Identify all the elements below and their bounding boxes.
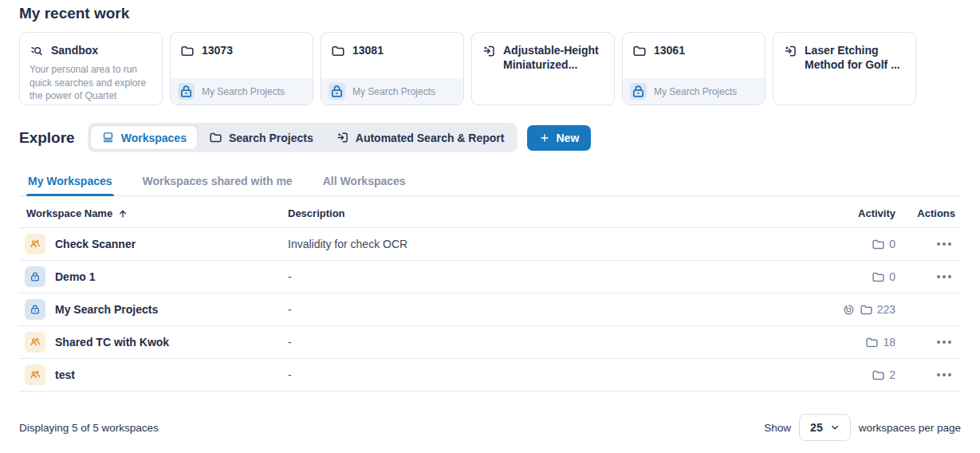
segment-search-projects[interactable]: Search Projects <box>199 126 324 149</box>
page-size-value: 25 <box>810 421 823 434</box>
card-title: 13061 <box>654 43 685 57</box>
recent-work-card[interactable]: Laser Etching Method for Golf ... <box>773 32 916 105</box>
lock-icon <box>630 83 647 100</box>
row-actions-button[interactable] <box>935 368 953 381</box>
workspace-description: Invalidity for check OCR <box>288 238 779 250</box>
column-header-activity: Activity <box>779 207 899 219</box>
plus-icon <box>539 132 550 144</box>
folder-icon <box>872 368 885 382</box>
activity-cell: 0 <box>779 270 899 284</box>
recent-work-card[interactable]: Sandbox Your personal area to run quick … <box>19 32 163 105</box>
folder-icon <box>180 44 195 58</box>
recent-work-title: My recent work <box>19 5 961 22</box>
workspace-name-cell[interactable]: Check Scanner <box>19 234 288 254</box>
card-workspace-footer: My Search Projects <box>623 78 765 104</box>
table-row: Shared TC with Kwok - 18 <box>19 326 961 359</box>
card-workspace-label: My Search Projects <box>352 86 435 97</box>
folder-icon <box>860 303 873 317</box>
card-workspace-label: My Search Projects <box>654 86 737 97</box>
workspace-name-cell[interactable]: My Search Projects <box>19 299 288 320</box>
card-title: Laser Etching Method for Golf ... <box>805 43 906 73</box>
workspace-name-cell[interactable]: Shared TC with Kwok <box>19 332 288 353</box>
folder-icon <box>865 336 879 349</box>
people-icon <box>25 234 45 254</box>
segment-label: Workspaces <box>121 132 187 144</box>
segment-automated-search-report[interactable]: Automated Search & Report <box>325 126 515 149</box>
activity-count: 18 <box>883 336 895 349</box>
workspace-name: Demo 1 <box>55 270 96 283</box>
workspace-name: test <box>55 368 75 381</box>
bullseye-icon <box>842 303 856 317</box>
row-actions-button[interactable] <box>935 336 953 349</box>
card-title: 13073 <box>202 43 233 57</box>
workspace-filter-tabs: My Workspaces Workspaces shared with me … <box>19 168 961 196</box>
recent-work-card[interactable]: 13081 My Search Projects <box>321 32 464 105</box>
workspace-description: - <box>288 303 779 316</box>
column-header-description: Description <box>288 207 779 219</box>
workspace-name: Check Scanner <box>55 238 136 250</box>
per-page-label: workspaces per page <box>859 422 961 434</box>
explore-type-segmented-control: Workspaces Search Projects Automated Sea… <box>88 123 518 152</box>
automated-report-icon <box>482 44 496 58</box>
results-summary: Displaying 5 of 5 workspaces <box>19 422 159 434</box>
table-row: test - 2 <box>19 359 961 392</box>
recent-work-card[interactable]: 13061 My Search Projects <box>622 32 766 105</box>
row-actions-button[interactable] <box>935 238 953 250</box>
workspaces-table: Workspace Name Description Activity Acti… <box>19 199 961 392</box>
activity-count: 223 <box>877 303 895 316</box>
row-actions-button[interactable] <box>935 270 953 283</box>
card-workspace-footer: My Search Projects <box>321 78 463 104</box>
new-button-label: New <box>556 132 579 144</box>
sandbox-search-icon <box>30 44 44 58</box>
segment-label: Search Projects <box>229 132 313 144</box>
workspace-name: My Search Projects <box>55 303 158 316</box>
workspace-description: - <box>288 336 779 349</box>
workspace-name-header-label: Workspace Name <box>26 207 112 219</box>
card-title: Adjustable-Height Miniaturized... <box>503 43 604 73</box>
workspace-description: - <box>288 368 779 381</box>
tab-my-workspaces[interactable]: My Workspaces <box>26 168 114 195</box>
new-button[interactable]: New <box>527 125 591 151</box>
table-header-row: Workspace Name Description Activity Acti… <box>19 199 961 228</box>
activity-cell: 2 <box>779 368 899 382</box>
show-label: Show <box>764 422 791 434</box>
lock-icon <box>25 266 45 287</box>
recent-work-card[interactable]: 13073 My Search Projects <box>170 32 313 105</box>
lock-icon <box>329 83 345 100</box>
lock-icon <box>178 83 195 100</box>
table-body: Check Scanner Invalidity for check OCR 0… <box>19 228 961 392</box>
folder-icon <box>632 44 647 58</box>
column-header-workspace-name[interactable]: Workspace Name <box>19 207 288 219</box>
activity-count: 2 <box>889 368 895 381</box>
automated-report-icon <box>783 44 797 58</box>
card-title: Sandbox <box>51 43 98 57</box>
card-workspace-label: My Search Projects <box>202 86 285 97</box>
recent-work-card[interactable]: Adjustable-Height Miniaturized... <box>471 32 615 105</box>
workspace-description: - <box>288 270 779 283</box>
explore-title: Explore <box>19 129 75 147</box>
workspace-name-cell[interactable]: Demo 1 <box>19 266 288 287</box>
tab-workspaces-shared-with-me[interactable]: Workspaces shared with me <box>141 168 294 195</box>
card-title: 13081 <box>352 43 384 57</box>
tab-all-workspaces[interactable]: All Workspaces <box>321 168 407 195</box>
people-icon <box>25 364 45 385</box>
activity-count: 0 <box>889 270 895 283</box>
recent-cards-row: Sandbox Your personal area to run quick … <box>19 32 961 105</box>
lock-icon <box>25 299 45 320</box>
workspace-name-cell[interactable]: test <box>19 364 288 385</box>
table-row: Check Scanner Invalidity for check OCR 0 <box>19 228 961 261</box>
sort-ascending-icon <box>117 208 128 219</box>
workspace-name: Shared TC with Kwok <box>55 336 169 349</box>
segment-label: Automated Search & Report <box>356 132 505 144</box>
people-icon <box>25 332 45 353</box>
page-size-dropdown[interactable]: 25 <box>799 414 851 441</box>
folder-icon <box>331 44 345 58</box>
folder-icon <box>872 270 885 284</box>
workspaces-page: My recent work Sandbox Your personal are… <box>0 0 980 441</box>
segment-workspaces[interactable]: Workspaces <box>91 126 197 149</box>
column-header-actions: Actions <box>899 207 961 219</box>
activity-cell: 223 <box>779 303 899 317</box>
table-row: Demo 1 - 0 <box>19 261 961 293</box>
activity-count: 0 <box>889 238 895 250</box>
activity-cell: 0 <box>779 238 899 251</box>
